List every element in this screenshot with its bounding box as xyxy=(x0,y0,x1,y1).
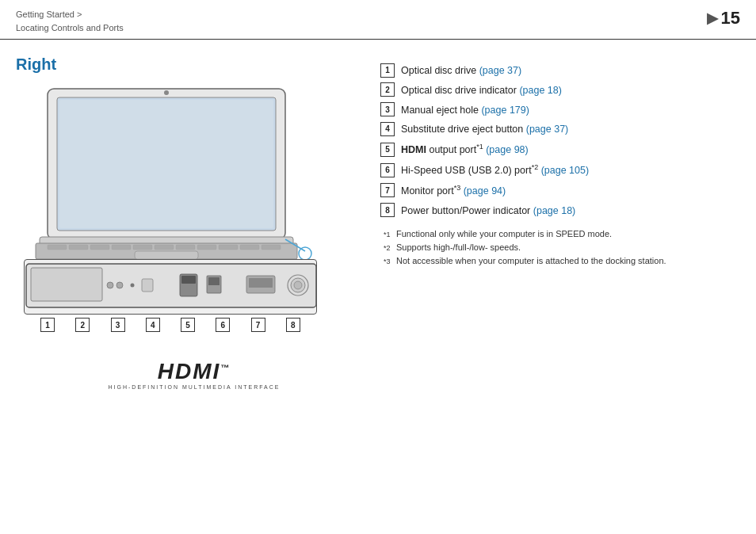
footnotes: *1 Functional only while your computer i… xyxy=(384,229,740,265)
comp-text-7: Monitor port*3 (page 94) xyxy=(401,183,506,199)
svg-rect-15 xyxy=(240,245,259,250)
svg-rect-13 xyxy=(197,245,216,250)
svg-rect-11 xyxy=(155,245,174,250)
svg-point-19 xyxy=(299,247,311,260)
fn-text-1: Functional only while your computer is i… xyxy=(396,229,612,238)
comp-text-2: Optical disc drive indicator (page 18) xyxy=(401,83,562,98)
svg-rect-12 xyxy=(176,245,195,250)
svg-rect-17 xyxy=(135,251,198,259)
right-section: 1 Optical disc drive (page 37) 2 Optical… xyxy=(380,55,740,390)
footnote-2: *2 Supports high-/full-/low- speeds. xyxy=(384,242,740,252)
svg-rect-16 xyxy=(262,245,281,250)
svg-point-22 xyxy=(107,282,113,288)
fn-text-2: Supports high-/full-/low- speeds. xyxy=(396,242,521,252)
page-arrow-icon: ▶ xyxy=(707,10,718,27)
svg-point-35 xyxy=(294,281,302,289)
svg-rect-8 xyxy=(90,245,109,250)
num-label-3: 3 xyxy=(111,318,125,332)
num-labels-row: 1 2 3 4 5 6 7 8 xyxy=(24,318,317,332)
svg-point-24 xyxy=(131,284,135,288)
comp-link-6[interactable]: (page 105) xyxy=(541,165,589,176)
component-item-3: 3 Manual eject hole (page 179) xyxy=(380,103,740,118)
comp-link-1[interactable]: (page 37) xyxy=(479,65,522,76)
svg-rect-10 xyxy=(133,245,152,250)
comp-text-1: Optical disc drive (page 37) xyxy=(401,63,521,78)
comp-link-8[interactable]: (page 18) xyxy=(533,205,576,216)
section-title: Right xyxy=(16,55,365,74)
component-item-2: 2 Optical disc drive indicator (page 18) xyxy=(380,83,740,98)
num-label-6: 6 xyxy=(216,318,230,332)
fn-mark-2: *2 xyxy=(384,244,396,252)
fn-mark-1: *1 xyxy=(384,231,396,238)
comp-num-3: 3 xyxy=(380,102,395,116)
side-strip: HDMI xyxy=(24,259,317,315)
comp-text-3: Manual eject hole (page 179) xyxy=(401,103,529,118)
comp-link-7[interactable]: (page 94) xyxy=(464,185,506,196)
num-label-1: 1 xyxy=(40,318,55,332)
comp-text-8: Power button/Power indicator (page 18) xyxy=(401,204,575,219)
breadcrumb: Getting Started > Locating Controls and … xyxy=(16,8,124,34)
page-header: Getting Started > Locating Controls and … xyxy=(0,0,756,40)
svg-point-5 xyxy=(164,90,169,95)
comp-num-6: 6 xyxy=(380,163,395,177)
svg-rect-30 xyxy=(208,277,220,285)
svg-rect-6 xyxy=(48,245,67,250)
svg-rect-7 xyxy=(69,245,88,250)
num-label-7: 7 xyxy=(251,318,265,332)
footnote-3: *3 Not accessible when your computer is … xyxy=(384,256,740,265)
svg-point-23 xyxy=(116,282,123,288)
comp-num-1: 1 xyxy=(380,63,395,78)
comp-link-5[interactable]: (page 98) xyxy=(486,144,529,155)
comp-link-3[interactable]: (page 179) xyxy=(481,105,529,116)
side-strip-container: HDMI 1 2 xyxy=(24,259,317,332)
fn-mark-3: *3 xyxy=(384,257,396,265)
comp-text-4: Substitute drive eject button (page 37) xyxy=(401,122,568,137)
svg-rect-9 xyxy=(112,245,131,250)
component-list: 1 Optical disc drive (page 37) 2 Optical… xyxy=(380,63,740,218)
laptop-top-svg xyxy=(24,85,325,267)
page-number: ▶ 15 xyxy=(707,8,740,29)
svg-rect-2 xyxy=(59,100,273,228)
component-item-8: 8 Power button/Power indicator (page 18) xyxy=(380,204,740,219)
component-item-4: 4 Substitute drive eject button (page 37… xyxy=(380,122,740,137)
svg-rect-14 xyxy=(219,245,238,250)
fn-text-3: Not accessible when your computer is att… xyxy=(396,256,666,265)
comp-link-4[interactable]: (page 37) xyxy=(526,124,569,135)
main-content: Right xyxy=(0,40,756,398)
comp-num-4: 4 xyxy=(380,122,395,136)
laptop-illustration xyxy=(24,85,325,267)
side-strip-svg: HDMI xyxy=(25,260,318,315)
footnote-1: *1 Functional only while your computer i… xyxy=(384,229,740,238)
comp-link-2[interactable]: (page 18) xyxy=(519,85,562,96)
comp-num-7: 7 xyxy=(380,183,395,197)
svg-rect-32 xyxy=(249,278,273,288)
left-section: Right xyxy=(16,55,365,390)
svg-rect-25 xyxy=(142,279,153,292)
component-item-5: 5 HDMI output port*1 (page 98) xyxy=(380,142,740,158)
svg-rect-21 xyxy=(31,268,102,301)
comp-text-5: HDMI output port*1 (page 98) xyxy=(401,142,529,158)
comp-num-8: 8 xyxy=(380,203,395,217)
num-label-2: 2 xyxy=(75,318,90,332)
comp-num-2: 2 xyxy=(380,82,395,97)
component-item-6: 6 Hi-Speed USB (USB 2.0) port*2 (page 10… xyxy=(380,162,740,178)
svg-rect-28 xyxy=(181,276,196,284)
num-label-4: 4 xyxy=(146,318,160,332)
comp-text-6: Hi-Speed USB (USB 2.0) port*2 (page 105) xyxy=(401,162,589,178)
component-item-7: 7 Monitor port*3 (page 94) xyxy=(380,183,740,199)
comp-num-5: 5 xyxy=(380,143,395,157)
hdmi-logo: HDMI™ HIGH-DEFINITION MULTIMEDIA INTERFA… xyxy=(24,359,365,390)
hdmi-logo-text: HDMI™ xyxy=(24,359,365,384)
num-label-5: 5 xyxy=(181,318,195,332)
hdmi-logo-subtitle: HIGH-DEFINITION MULTIMEDIA INTERFACE xyxy=(24,384,365,390)
component-item-1: 1 Optical disc drive (page 37) xyxy=(380,63,740,78)
num-label-8: 8 xyxy=(286,318,300,332)
